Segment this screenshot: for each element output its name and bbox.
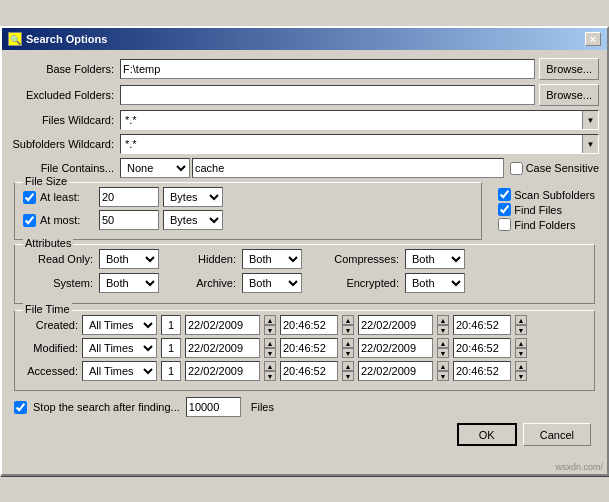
base-folders-label: Base Folders: xyxy=(10,63,120,75)
subfolders-wildcard-select[interactable]: *.* ▼ xyxy=(120,134,599,154)
file-size-group: File Size At least: BytesKBMBGB At most:… xyxy=(14,182,482,240)
subfolders-wildcard-dropdown[interactable]: ▼ xyxy=(582,135,598,153)
stop-search-checkbox[interactable] xyxy=(14,401,27,414)
excluded-folders-browse-button[interactable]: Browse... xyxy=(539,84,599,106)
files-wildcard-dropdown[interactable]: ▼ xyxy=(582,111,598,129)
at-most-label: At most: xyxy=(40,214,95,226)
base-folders-input[interactable] xyxy=(120,59,535,79)
excluded-folders-label: Excluded Folders: xyxy=(10,89,120,101)
file-contains-text-input[interactable] xyxy=(192,158,504,178)
accessed-time-select[interactable]: All TimesBeforeAfterBetween xyxy=(82,361,157,381)
at-most-unit[interactable]: BytesKBMBGB xyxy=(163,210,223,230)
system-label: System: xyxy=(23,277,93,289)
modified-label: Modified: xyxy=(23,342,78,354)
created-date2[interactable] xyxy=(358,315,433,335)
modified-time1[interactable] xyxy=(280,338,338,358)
file-time-group-label: File Time xyxy=(23,303,72,315)
file-size-group-label: File Size xyxy=(23,175,69,187)
attributes-group-label: Attributes xyxy=(23,237,73,249)
file-contains-row: File Contains... None Text Binary Case S… xyxy=(10,158,599,178)
case-sensitive-label: Case Sensitive xyxy=(526,162,599,174)
modified-num-input[interactable] xyxy=(161,338,181,358)
files-wildcard-value: *.* xyxy=(121,113,582,127)
modified-date1-spin[interactable]: ▲▼ xyxy=(264,338,276,358)
archive-label: Archive: xyxy=(181,277,236,289)
modified-row: Modified: All TimesBeforeAfterBetween ▲▼… xyxy=(23,338,586,358)
modified-time1-spin[interactable]: ▲▼ xyxy=(342,338,354,358)
files-wildcard-row: Files Wildcard: *.* ▼ xyxy=(10,110,599,130)
at-least-unit[interactable]: BytesKBMBGB xyxy=(163,187,223,207)
created-time2[interactable] xyxy=(453,315,511,335)
attr-row-1: Read Only: BothYesNo Hidden: BothYesNo C… xyxy=(23,249,586,269)
accessed-date1-spin[interactable]: ▲▼ xyxy=(264,361,276,381)
modified-time2-spin[interactable]: ▲▼ xyxy=(515,338,527,358)
created-date1[interactable] xyxy=(185,315,260,335)
accessed-num-input[interactable] xyxy=(161,361,181,381)
created-time1[interactable] xyxy=(280,315,338,335)
base-folders-browse-button[interactable]: Browse... xyxy=(539,58,599,80)
encrypted-select[interactable]: BothYesNo xyxy=(405,273,465,293)
modified-time-select[interactable]: All TimesBeforeAfterBetween xyxy=(82,338,157,358)
accessed-time1[interactable] xyxy=(280,361,338,381)
scan-subfolders-checkbox[interactable] xyxy=(498,188,511,201)
subfolders-wildcard-row: Subfolders Wildcard: *.* ▼ xyxy=(10,134,599,154)
created-label: Created: xyxy=(23,319,78,331)
case-sensitive-checkbox[interactable] xyxy=(510,162,523,175)
system-select[interactable]: BothYesNo xyxy=(99,273,159,293)
at-least-value[interactable] xyxy=(99,187,159,207)
find-files-label[interactable]: Find Files xyxy=(498,203,595,216)
created-time-select[interactable]: All TimesBeforeAfterBetween xyxy=(82,315,157,335)
created-num-input[interactable] xyxy=(161,315,181,335)
scan-options: Scan Subfolders Find Files Find Folders xyxy=(490,182,595,240)
created-date2-spin[interactable]: ▲▼ xyxy=(437,315,449,335)
title-bar: 🔍 Search Options × xyxy=(2,28,607,50)
created-date1-spin[interactable]: ▲▼ xyxy=(264,315,276,335)
find-files-checkbox[interactable] xyxy=(498,203,511,216)
scan-subfolders-label[interactable]: Scan Subfolders xyxy=(498,188,595,201)
find-folders-label[interactable]: Find Folders xyxy=(498,218,595,231)
accessed-date2[interactable] xyxy=(358,361,433,381)
attributes-group: Attributes Read Only: BothYesNo Hidden: … xyxy=(14,244,595,304)
hidden-label: Hidden: xyxy=(181,253,236,265)
watermark: wsxdn.com/ xyxy=(2,462,607,474)
accessed-time2[interactable] xyxy=(453,361,511,381)
at-most-row: At most: BytesKBMBGB xyxy=(23,210,473,230)
at-most-value[interactable] xyxy=(99,210,159,230)
subfolders-wildcard-label: Subfolders Wildcard: xyxy=(10,138,120,150)
modified-date2-spin[interactable]: ▲▼ xyxy=(437,338,449,358)
modified-time2[interactable] xyxy=(453,338,511,358)
hidden-select[interactable]: BothYesNo xyxy=(242,249,302,269)
accessed-date1[interactable] xyxy=(185,361,260,381)
case-sensitive-container: Case Sensitive xyxy=(510,162,599,175)
cancel-button[interactable]: Cancel xyxy=(523,423,591,446)
accessed-label: Accessed: xyxy=(23,365,78,377)
compresses-select[interactable]: BothYesNo xyxy=(405,249,465,269)
ok-button[interactable]: OK xyxy=(457,423,517,446)
accessed-date2-spin[interactable]: ▲▼ xyxy=(437,361,449,381)
at-most-checkbox[interactable] xyxy=(23,214,36,227)
modified-date2[interactable] xyxy=(358,338,433,358)
created-time1-spin[interactable]: ▲▼ xyxy=(342,315,354,335)
file-contains-select[interactable]: None Text Binary xyxy=(120,158,190,178)
stop-value-input[interactable] xyxy=(186,397,241,417)
excluded-folders-input[interactable] xyxy=(120,85,535,105)
file-contains-label: File Contains... xyxy=(10,162,120,174)
created-row: Created: All TimesBeforeAfterBetween ▲▼ … xyxy=(23,315,586,335)
accessed-time1-spin[interactable]: ▲▼ xyxy=(342,361,354,381)
files-wildcard-select[interactable]: *.* ▼ xyxy=(120,110,599,130)
at-least-checkbox[interactable] xyxy=(23,191,36,204)
archive-select[interactable]: BothYesNo xyxy=(242,273,302,293)
footer-row: Stop the search after finding... Files xyxy=(14,397,595,417)
accessed-row: Accessed: All TimesBeforeAfterBetween ▲▼… xyxy=(23,361,586,381)
close-button[interactable]: × xyxy=(585,32,601,46)
read-only-select[interactable]: BothYesNo xyxy=(99,249,159,269)
accessed-time2-spin[interactable]: ▲▼ xyxy=(515,361,527,381)
modified-date1[interactable] xyxy=(185,338,260,358)
title-bar-text: 🔍 Search Options xyxy=(8,32,107,46)
find-folders-checkbox[interactable] xyxy=(498,218,511,231)
encrypted-label: Encrypted: xyxy=(324,277,399,289)
stop-search-label: Stop the search after finding... xyxy=(33,401,180,413)
read-only-label: Read Only: xyxy=(23,253,93,265)
base-folders-row: Base Folders: Browse... xyxy=(10,58,599,80)
created-time2-spin[interactable]: ▲▼ xyxy=(515,315,527,335)
